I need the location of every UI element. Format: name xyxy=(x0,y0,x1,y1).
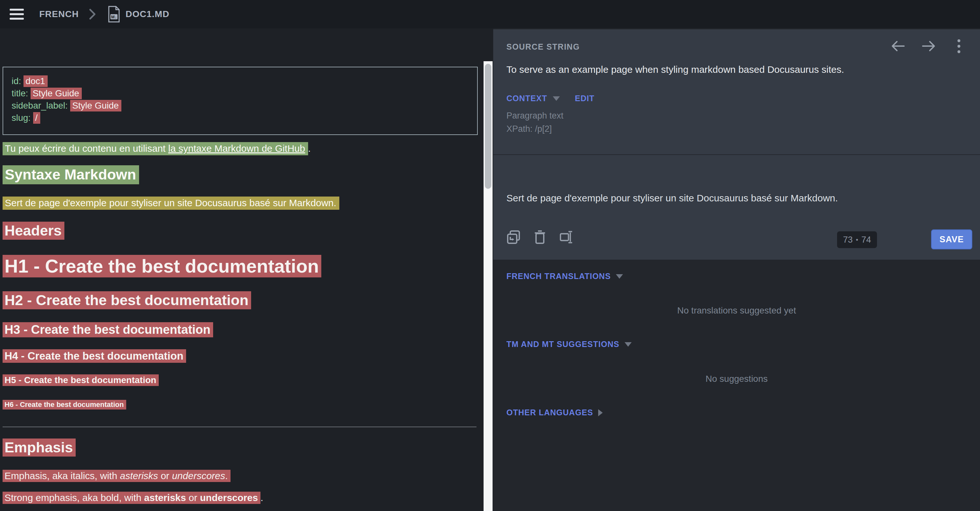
save-button[interactable]: SAVE xyxy=(931,229,972,249)
french-translations-header[interactable]: FRENCH TRANSLATIONS xyxy=(506,271,623,281)
inline-link[interactable]: la syntaxe Markdown de GitHub xyxy=(169,143,305,154)
heading-h4-sample: H4 - Create the best documentation xyxy=(3,350,186,362)
translation-editor-section: Sert de page d'exemple pour styliser un … xyxy=(493,155,980,260)
paragraph-selected: Sert de page d'exemple pour styliser un … xyxy=(3,198,339,208)
svg-text:M↓: M↓ xyxy=(111,14,116,19)
string-highlight[interactable]: Headers xyxy=(3,222,64,240)
frontmatter-line: id: doc1 xyxy=(11,75,477,87)
translation-input[interactable]: Sert de page d'exemple pour styliser un … xyxy=(506,193,838,204)
source-string-title: SOURCE STRING xyxy=(506,42,580,51)
context-edit-button[interactable]: EDIT xyxy=(575,94,594,103)
breadcrumb-file[interactable]: DOC1.MD xyxy=(126,0,169,28)
string-highlight[interactable]: H4 - Create the best documentation xyxy=(3,349,186,363)
tm-mt-suggestions-header[interactable]: TM AND MT SUGGESTIONS xyxy=(506,340,632,349)
string-highlight[interactable]: H3 - Create the best documentation xyxy=(3,322,213,337)
kebab-menu-icon[interactable] xyxy=(950,38,967,54)
string-highlight[interactable]: H2 - Create the best documentation xyxy=(3,291,251,309)
top-bar: FRENCH M↓ DOC1.MD xyxy=(0,0,980,28)
tm-empty-state: No suggestions xyxy=(493,374,980,384)
string-highlight[interactable]: / xyxy=(33,112,40,124)
source-string-text: To serve as an example page when styling… xyxy=(506,64,844,75)
string-highlight-selected[interactable]: Sert de page d'exemple pour styliser un … xyxy=(3,196,339,210)
paragraph-emphasis-italic: Emphasis, aka italics, with asterisks or… xyxy=(3,470,231,481)
string-highlight[interactable]: H6 - Create the best documentation xyxy=(3,400,126,409)
triangle-down-icon xyxy=(616,274,623,279)
previous-string-button[interactable] xyxy=(890,38,907,54)
heading-syntaxe-markdown: Syntaxe Markdown xyxy=(3,166,139,183)
frontmatter-block: id: doc1 title: Style Guide sidebar_labe… xyxy=(3,67,478,135)
left-panel-scrollbar[interactable] xyxy=(484,61,493,511)
character-counter: 73•74 xyxy=(837,232,877,248)
heading-h2-sample: H2 - Create the best documentation xyxy=(3,292,251,309)
hamburger-menu-icon[interactable] xyxy=(10,7,24,21)
heading-h6-sample: H6 - Create the best documentation xyxy=(3,401,126,409)
string-highlight[interactable]: Style Guide xyxy=(70,100,121,112)
string-highlight-translated[interactable]: Tu peux écrire du contenu en utilisant l… xyxy=(3,142,308,155)
source-string-section: SOURCE STRING To serve as an example pag… xyxy=(493,29,980,154)
frontmatter-line: slug: / xyxy=(11,112,477,124)
text-select-icon[interactable] xyxy=(559,230,573,244)
heading-headers: Headers xyxy=(3,222,64,239)
frontmatter-line: sidebar_label: Style Guide xyxy=(11,99,477,112)
heading-h1-sample: H1 - Create the best documentation xyxy=(3,255,321,277)
copy-source-icon[interactable] xyxy=(506,230,520,244)
string-highlight[interactable]: H1 - Create the best documentation xyxy=(3,255,321,278)
paragraph-intro: Tu peux écrire du contenu en utilisant l… xyxy=(3,143,311,154)
triangle-down-icon xyxy=(553,96,560,101)
string-highlight-translated[interactable]: Syntaxe Markdown xyxy=(3,165,139,184)
delete-translation-icon[interactable] xyxy=(533,230,547,244)
document-preview: id: doc1 title: Style Guide sidebar_labe… xyxy=(0,28,484,511)
translation-panel: SOURCE STRING To serve as an example pag… xyxy=(493,28,980,511)
app-window: FRENCH M↓ DOC1.MD xyxy=(0,0,980,511)
triangle-right-icon xyxy=(598,409,603,416)
breadcrumb-project[interactable]: FRENCH xyxy=(39,0,79,28)
context-toggle[interactable]: CONTEXT xyxy=(506,94,547,103)
string-highlight[interactable]: H5 - Create the best documentation xyxy=(3,374,159,386)
markdown-file-icon: M↓ xyxy=(108,6,120,22)
context-xpath: XPath: /p[2] xyxy=(506,124,552,134)
string-highlight[interactable]: Strong emphasis, aka bold, with asterisk… xyxy=(3,492,261,504)
frontmatter-line: title: Style Guide xyxy=(11,87,477,99)
scrollbar-thumb[interactable] xyxy=(485,64,491,189)
other-languages-header[interactable]: OTHER LANGUAGES xyxy=(506,408,603,417)
string-highlight[interactable]: Emphasis xyxy=(3,439,76,457)
horizontal-rule xyxy=(3,426,476,427)
translations-empty-state: No translations suggested yet xyxy=(493,305,980,316)
heading-h3-sample: H3 - Create the best documentation xyxy=(3,323,213,337)
triangle-down-icon xyxy=(625,342,632,347)
string-highlight[interactable]: Emphasis, aka italics, with asterisks or… xyxy=(3,470,231,482)
string-highlight[interactable]: doc1 xyxy=(24,75,48,87)
next-string-button[interactable] xyxy=(920,38,937,54)
context-type: Paragraph text xyxy=(506,111,563,121)
paragraph-emphasis-bold: Strong emphasis, aka bold, with asterisk… xyxy=(3,492,263,503)
heading-emphasis: Emphasis xyxy=(3,439,76,456)
chevron-right-icon xyxy=(89,8,96,21)
heading-h5-sample: H5 - Create the best documentation xyxy=(3,375,159,385)
string-highlight[interactable]: Style Guide xyxy=(30,88,82,99)
